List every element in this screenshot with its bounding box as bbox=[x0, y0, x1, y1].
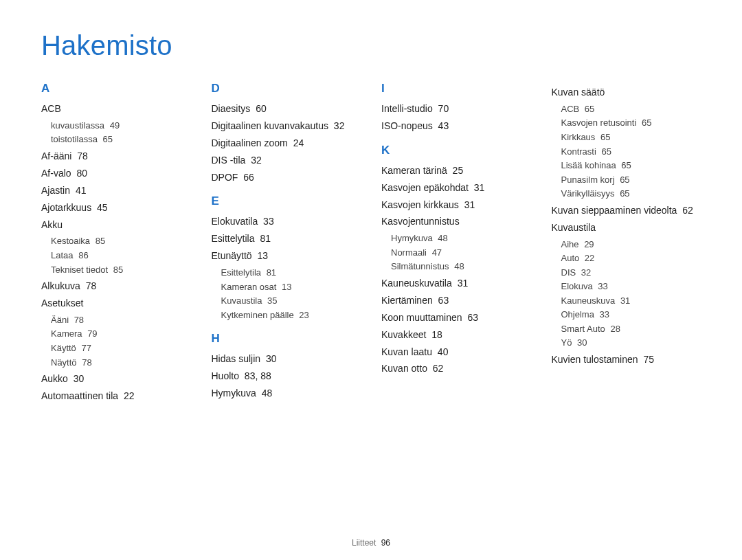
index-subentry[interactable]: Aihe 29 bbox=[561, 238, 701, 251]
index-entry[interactable]: Alkukuva 78 bbox=[41, 280, 191, 293]
index-entry[interactable]: Intelli-studio 70 bbox=[381, 102, 531, 115]
index-entry[interactable]: Koon muuttaminen 63 bbox=[381, 311, 531, 324]
subentry-term: Hymykuva bbox=[391, 233, 433, 243]
index-entry[interactable]: Kiertäminen 63 bbox=[381, 294, 531, 307]
entry-term: Kuvan laatu bbox=[381, 346, 432, 357]
index-subentry[interactable]: ACB 65 bbox=[561, 103, 701, 115]
index-subentry[interactable]: Silmätunnistus 48 bbox=[391, 260, 531, 273]
index-subentry[interactable]: Auto 22 bbox=[561, 252, 701, 265]
subentry-page: 86 bbox=[76, 250, 89, 260]
entry-term: Kuvaustila bbox=[552, 222, 596, 233]
index-subentry[interactable]: Näyttö 78 bbox=[51, 357, 191, 369]
index-subentry[interactable]: Yö 30 bbox=[561, 337, 701, 349]
index-entry[interactable]: Esittelytila 81 bbox=[212, 232, 361, 245]
index-subentry[interactable]: Kytkeminen päälle 23 bbox=[221, 309, 361, 322]
entry-page: 30 bbox=[71, 373, 84, 384]
index-entry[interactable]: Kuvan säätö bbox=[552, 86, 701, 99]
index-entry[interactable]: Hidas suljin 30 bbox=[212, 352, 361, 366]
section-letter: I bbox=[381, 82, 531, 96]
subentry-term: Kytkeminen päälle bbox=[221, 310, 294, 320]
index-entry[interactable]: Kuvakkeet 18 bbox=[381, 328, 531, 341]
subentry-page: 13 bbox=[279, 282, 291, 292]
index-entry[interactable]: Kasvojen kirkkaus 31 bbox=[381, 199, 531, 212]
entry-term: Kameran tärinä bbox=[381, 165, 447, 176]
index-entry[interactable]: Huolto 83, 88 bbox=[212, 370, 361, 383]
index-entry[interactable]: Ajotarkkuus 45 bbox=[41, 201, 191, 214]
index-entry[interactable]: Hymykuva 48 bbox=[212, 387, 361, 400]
index-entry[interactable]: ISO-nopeus 43 bbox=[381, 120, 531, 133]
index-subentry[interactable]: Kauneuskuva 31 bbox=[561, 295, 701, 307]
subentry-page: 35 bbox=[265, 295, 277, 306]
index-subentry[interactable]: Lisää kohinaa 65 bbox=[561, 159, 701, 172]
footer-page-number: 96 bbox=[381, 538, 390, 548]
index-entry[interactable]: Kuvan sieppaaminen videolta 62 bbox=[552, 204, 701, 217]
entry-page: 62 bbox=[679, 205, 693, 216]
entry-page: 81 bbox=[258, 233, 271, 244]
subentry-term: Normaali bbox=[391, 247, 427, 258]
entry-page: 41 bbox=[73, 185, 86, 196]
index-entry[interactable]: ACB bbox=[41, 102, 191, 115]
index-subentry[interactable]: Elokuva 33 bbox=[561, 280, 701, 293]
index-subentry[interactable]: DIS 32 bbox=[561, 267, 701, 279]
subentry-term: Ohjelma bbox=[561, 309, 594, 320]
entry-page: 32 bbox=[331, 120, 344, 131]
entry-page: 83, 88 bbox=[242, 370, 271, 381]
index-entry[interactable]: DIS -tila 32 bbox=[212, 154, 361, 167]
index-subentry[interactable]: Ohjelma 33 bbox=[561, 309, 701, 321]
entry-page: 13 bbox=[255, 250, 268, 261]
index-entry[interactable]: Digitaalinen kuvanvakautus 32 bbox=[212, 120, 361, 133]
index-entry[interactable]: Kasvojentunnistus bbox=[381, 215, 531, 228]
index-entry[interactable]: DPOF 66 bbox=[212, 171, 361, 184]
index-subentry[interactable]: toistotilassa 65 bbox=[51, 133, 191, 146]
index-subentry[interactable]: Kestoaika 85 bbox=[51, 235, 191, 247]
index-subentry[interactable]: Tekniset tiedot 85 bbox=[51, 264, 191, 276]
entry-term: Automaattinen tila bbox=[41, 390, 118, 401]
index-entry[interactable]: Kameran tärinä 25 bbox=[381, 164, 531, 177]
index-subentry[interactable]: Smart Auto 28 bbox=[561, 323, 701, 335]
index-subentry[interactable]: Kirkkaus 65 bbox=[561, 131, 701, 144]
subentry-term: Värikylläisyys bbox=[561, 188, 615, 199]
index-entry[interactable]: Etunäyttö 13 bbox=[212, 249, 361, 262]
index-entry[interactable]: Ajastin 41 bbox=[41, 184, 191, 197]
index-entry[interactable]: Diaesitys 60 bbox=[212, 102, 361, 115]
index-subentry[interactable]: Kasvojen retusointi 65 bbox=[561, 117, 701, 129]
index-entry[interactable]: Kuvaustila bbox=[552, 221, 701, 234]
index-subentry[interactable]: Ääni 78 bbox=[51, 314, 191, 326]
index-column: Kuvan säätöACB 65Kasvojen retusointi 65K… bbox=[552, 82, 701, 407]
entry-page: 33 bbox=[260, 216, 273, 227]
index-subentry[interactable]: Esittelytila 81 bbox=[221, 267, 361, 279]
index-entry[interactable]: Af-valo 80 bbox=[41, 167, 191, 180]
index-entry[interactable]: Digitaalinen zoom 24 bbox=[212, 137, 361, 150]
index-entry[interactable]: Kauneuskuvatila 31 bbox=[381, 277, 531, 290]
index-entry[interactable]: Kuvan otto 62 bbox=[381, 362, 531, 375]
index-entry[interactable]: Elokuvatila 33 bbox=[212, 215, 361, 228]
index-entry[interactable]: Asetukset bbox=[41, 297, 191, 310]
index-subentry[interactable]: Kontrasti 65 bbox=[561, 146, 701, 158]
index-subentry[interactable]: Hymykuva 48 bbox=[391, 232, 531, 245]
index-subentry[interactable]: Kuvaustila 35 bbox=[221, 295, 361, 307]
index-subentry[interactable]: Käyttö 77 bbox=[51, 342, 191, 355]
index-entry[interactable]: Aukko 30 bbox=[41, 372, 191, 385]
index-subentry[interactable]: Värikylläisyys 65 bbox=[561, 188, 701, 200]
subentry-term: DIS bbox=[561, 267, 576, 278]
subentry-page: 48 bbox=[452, 261, 464, 271]
entry-term: Hymykuva bbox=[212, 388, 256, 399]
index-entry[interactable]: Kuvan laatu 40 bbox=[381, 346, 531, 359]
entry-page: 70 bbox=[436, 103, 449, 114]
index-subentry[interactable]: Kameran osat 13 bbox=[221, 281, 361, 293]
subentry-page: 48 bbox=[436, 233, 448, 243]
index-entry[interactable]: Kasvojen epäkohdat 31 bbox=[381, 181, 531, 194]
index-subentry[interactable]: Kamera 79 bbox=[51, 328, 191, 340]
index-subentry[interactable]: Punasilm korj 65 bbox=[561, 174, 701, 186]
index-entry[interactable]: Akku bbox=[41, 219, 191, 232]
subentry-term: Auto bbox=[561, 253, 580, 263]
index-subentry[interactable]: Normaali 47 bbox=[391, 247, 531, 259]
index-column: IIntelli-studio 70ISO-nopeus 43KKameran … bbox=[381, 82, 531, 407]
entry-page: 62 bbox=[430, 363, 443, 374]
index-subentry[interactable]: kuvaustilassa 49 bbox=[51, 120, 191, 132]
index-subentry[interactable]: Lataa 86 bbox=[51, 249, 191, 262]
index-entry[interactable]: Af-ääni 78 bbox=[41, 150, 191, 163]
index-entry[interactable]: Kuvien tulostaminen 75 bbox=[552, 353, 701, 366]
subentry-page: 65 bbox=[598, 132, 610, 142]
index-entry[interactable]: Automaattinen tila 22 bbox=[41, 390, 191, 403]
